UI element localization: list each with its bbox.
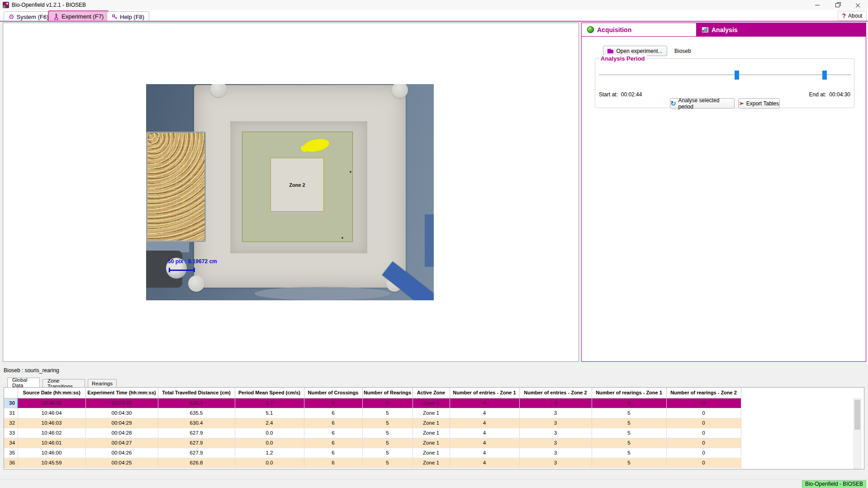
table-cell[interactable]: 4 [450,428,519,438]
table-cell[interactable]: 00:04:25 [85,458,158,468]
table-cell[interactable]: Zone 1 [413,418,450,428]
open-experiment-button[interactable]: Open experiment... [603,46,667,56]
tab-acquisition[interactable]: Acquisition [582,23,697,36]
scrollbar-thumb[interactable] [854,400,860,430]
tab-zone-transitions[interactable]: Zone Transitions [43,379,85,387]
table-cell[interactable]: 1.2 [235,448,304,458]
tab-experiment[interactable]: Experiment (F7) [48,10,109,22]
row-number-cell[interactable]: 32 [4,418,18,428]
table-row[interactable]: 3210:46:0300:04:29630.42.465Zone 14350 [4,418,741,428]
row-number-cell[interactable]: 33 [4,428,18,438]
table-cell[interactable]: 627.9 [158,428,235,438]
table-cell[interactable]: 4 [450,438,519,448]
table-cell[interactable]: 6 [304,398,362,408]
table-cell[interactable]: 5 [592,418,666,428]
table-cell[interactable]: 10:46:00 [18,448,85,458]
column-header[interactable]: Period Mean Speed (cm/s) [235,388,304,398]
table-cell[interactable]: 3 [519,418,592,428]
row-number-cell[interactable]: 34 [4,438,18,448]
table-cell[interactable]: 6 [304,408,362,418]
table-cell[interactable]: 6 [304,448,362,458]
column-header[interactable]: Total Travelled Distance (cm) [158,388,235,398]
table-cell[interactable]: 3.7 [235,398,304,408]
table-cell[interactable]: 5 [362,418,413,428]
tab-rearings[interactable]: Rearings [88,379,117,387]
table-cell[interactable]: 3 [519,448,592,458]
column-header[interactable]: Number of rearings - Zone 1 [592,388,666,398]
table-cell[interactable]: 00:04:31 [85,398,158,408]
about-button[interactable]: ? About [838,11,867,21]
table-cell[interactable]: 6 [304,458,362,468]
table-cell[interactable]: 10:46:01 [18,438,85,448]
table-cell[interactable]: Zone 1 [413,448,450,458]
column-header[interactable] [4,388,18,398]
table-cell[interactable]: 0 [666,408,741,418]
table-cell[interactable]: 0.0 [235,428,304,438]
tab-analysis[interactable]: Analysis [697,23,866,36]
table-row[interactable]: 3310:46:0200:04:28627.90.065Zone 14350 [4,428,741,438]
table-cell[interactable]: 3 [519,398,592,408]
column-header[interactable]: Number of Crossings [304,388,362,398]
table-cell[interactable]: 0 [666,428,741,438]
table-cell[interactable]: 4 [450,398,519,408]
table-cell[interactable]: 3 [519,428,592,438]
table-cell[interactable]: 5 [362,458,413,468]
table-row[interactable]: 3010:46:0500:04:31639.13.765Zone 14350 [4,398,741,408]
tab-system[interactable]: ⚙ System (F6) [4,11,53,22]
tab-global-data[interactable]: Global Data [7,378,40,387]
table-cell[interactable]: 00:04:27 [85,438,158,448]
table-cell[interactable]: 10:45:59 [18,458,85,468]
table-cell[interactable]: 5 [362,448,413,458]
table-cell[interactable]: 635.5 [158,408,235,418]
table-cell[interactable]: 5 [362,438,413,448]
table-cell[interactable]: Zone 1 [413,398,450,408]
table-cell[interactable]: 00:04:30 [85,408,158,418]
table-cell[interactable]: 4 [450,408,519,418]
table-cell[interactable]: 5 [592,438,666,448]
column-header[interactable]: Number of entries - Zone 1 [450,388,519,398]
table-cell[interactable]: 3 [519,458,592,468]
table-cell[interactable]: 639.1 [158,398,235,408]
table-cell[interactable]: 4 [450,418,519,428]
table-cell[interactable]: 10:46:04 [18,408,85,418]
table-cell[interactable]: 4 [450,458,519,468]
table-cell[interactable]: 627.9 [158,438,235,448]
table-cell[interactable]: 6 [304,428,362,438]
table-row[interactable]: 3610:45:5900:04:25626.80.065Zone 14350 [4,458,741,468]
slider-track[interactable] [599,74,851,76]
column-header[interactable]: Active Zone [413,388,450,398]
table-cell[interactable]: 5 [362,428,413,438]
table-cell[interactable]: 0 [666,418,741,428]
table-cell[interactable]: 6 [304,418,362,428]
table-cell[interactable]: 5 [592,458,666,468]
table-cell[interactable]: 627.9 [158,448,235,458]
table-cell[interactable]: 00:04:28 [85,428,158,438]
table-row[interactable]: 3410:46:0100:04:27627.90.065Zone 14350 [4,438,741,448]
table-cell[interactable]: 00:04:26 [85,448,158,458]
close-button[interactable] [848,0,868,10]
row-number-cell[interactable]: 30 [4,398,18,408]
table-cell[interactable]: 5 [362,398,413,408]
column-header[interactable]: Number of entries - Zone 2 [519,388,592,398]
table-cell[interactable]: Zone 1 [413,458,450,468]
table-cell[interactable]: 10:46:05 [18,398,85,408]
table-cell[interactable]: 5 [362,408,413,418]
slider-start-handle[interactable] [735,71,739,80]
table-cell[interactable]: 10:46:03 [18,418,85,428]
table-row[interactable]: 3110:46:0400:04:30635.55.165Zone 14350 [4,408,741,418]
column-header[interactable]: Source Date (hh:mm:ss) [18,388,85,398]
table-cell[interactable]: 0 [666,448,741,458]
table-cell[interactable]: 5 [592,428,666,438]
table-cell[interactable]: 10:46:02 [18,428,85,438]
table-cell[interactable]: 0.0 [235,458,304,468]
tab-help[interactable]: Help (F8) [107,11,149,22]
table-cell[interactable]: 5.1 [235,408,304,418]
table-cell[interactable]: 3 [519,438,592,448]
row-number-cell[interactable]: 31 [4,408,18,418]
column-header[interactable]: Number of rearings - Zone 2 [666,388,741,398]
table-cell[interactable]: 5 [592,448,666,458]
table-cell[interactable]: 6 [304,438,362,448]
vertical-scrollbar[interactable] [854,398,861,469]
table-cell[interactable]: 0.0 [235,438,304,448]
table-cell[interactable]: 0 [666,398,741,408]
